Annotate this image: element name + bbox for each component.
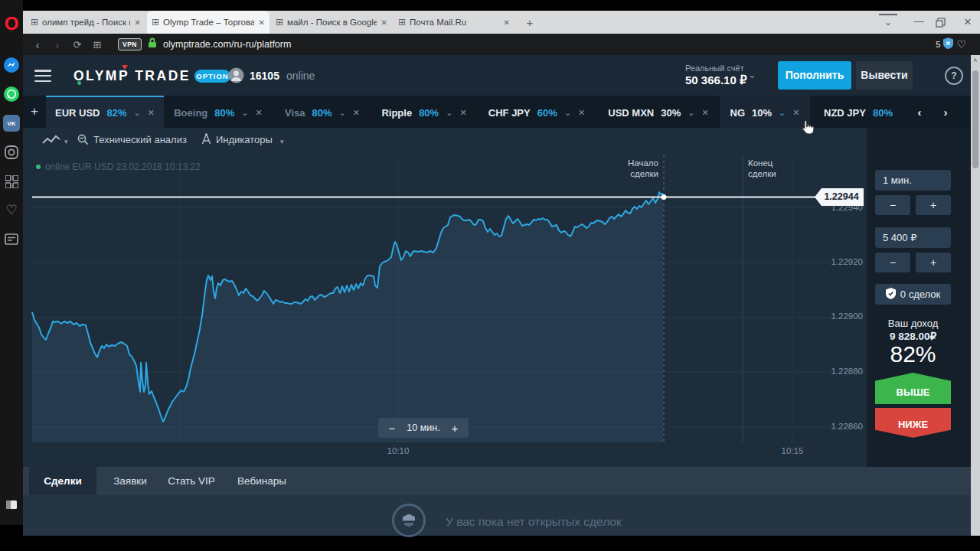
asset-percent: 80% [419, 107, 439, 119]
online-users-icon [228, 67, 244, 86]
asset-tab-nzdjpy[interactable]: NZD JPY 80% [810, 96, 906, 128]
asset-chevron-icon[interactable]: ⌄ [688, 108, 694, 118]
tab-close-icon[interactable]: ✕ [504, 18, 510, 27]
bottom-tab-webinars[interactable]: Вебинары [231, 467, 292, 495]
asset-tab-ripple[interactable]: Ripple 80% ⌄ ✕ [372, 96, 476, 128]
deals-counter-button[interactable]: 0 сделок [875, 284, 951, 305]
forward-icon[interactable]: › [47, 38, 67, 51]
asset-chevron-icon[interactable]: ⌄ [446, 108, 452, 118]
asset-tab-ng[interactable]: NG 10% ⌄ ✕ [720, 96, 810, 128]
instagram-icon[interactable] [3, 144, 20, 161]
add-asset-button[interactable]: + [23, 96, 46, 128]
tabs-scroll-right-icon[interactable]: › [933, 96, 959, 128]
chart-type-caret-icon[interactable]: ▾ [64, 138, 68, 145]
indicators-icon[interactable] [201, 133, 211, 148]
opera-menu-icon[interactable]: O [2, 12, 21, 35]
duration-minus-button[interactable]: − [875, 195, 910, 215]
speed-dial-grid-icon[interactable]: ⊞ [87, 39, 107, 51]
ssl-lock-icon[interactable] [148, 37, 157, 51]
asset-close-icon[interactable]: ✕ [459, 108, 466, 118]
window-minimize-button[interactable]: — [910, 15, 928, 27]
logo-green-dot [77, 81, 81, 85]
main-menu-icon[interactable] [34, 70, 51, 82]
browser-tab-3[interactable]: ⊞ майл - Поиск в Google ✕ [271, 11, 392, 34]
asset-close-icon[interactable]: ✕ [148, 108, 155, 118]
asset-percent: 30% [661, 107, 681, 119]
amount-plus-button[interactable]: + [916, 253, 951, 272]
new-tab-button[interactable]: + [522, 16, 537, 29]
tab-menu-icon[interactable]: ⌄ [879, 14, 897, 29]
current-price-tag: 1.22944 [815, 188, 864, 206]
asset-chevron-icon[interactable]: ⌄ [564, 108, 571, 118]
asset-tab-boeing[interactable]: Boeing 80% ⌄ ✕ [164, 96, 273, 128]
speed-dial-icon[interactable] [3, 173, 20, 190]
asset-tab-usdmxn[interactable]: USD MXN 30% ⌄ ✕ [597, 96, 720, 128]
panel-toggle-icon[interactable] [3, 496, 20, 513]
help-button[interactable]: ? [945, 67, 963, 85]
vk-icon[interactable]: VK [3, 115, 20, 132]
asset-chevron-icon[interactable]: ⌄ [339, 108, 346, 118]
browser-tab-1[interactable]: ⊞ олимп трейд - Поиск в G ✕ [26, 11, 145, 34]
asset-chevron-icon[interactable]: ⌄ [241, 108, 248, 118]
scrollbar-up-icon[interactable]: ˄ [971, 57, 980, 64]
browser-tab-2-active[interactable]: ⊞ Olymp Trade – Торговая п ✕ [147, 11, 270, 34]
asset-close-icon[interactable]: ✕ [792, 108, 799, 118]
tab-close-icon[interactable]: ✕ [135, 18, 141, 27]
tech-analysis-icon[interactable] [77, 134, 89, 148]
tech-analysis-button[interactable]: Технический анализ [93, 134, 187, 145]
window-restore-button[interactable] [936, 17, 946, 31]
asset-tab-eurusd[interactable]: EUR USD 82% ⌄ ✕ [46, 96, 164, 128]
arrow-down-shape [404, 523, 413, 527]
tab-close-icon[interactable]: ✕ [381, 18, 387, 27]
account-chevron-icon[interactable]: ⌄ [748, 69, 756, 80]
whatsapp-icon[interactable] [3, 86, 20, 103]
deal-end-line2: сделки [748, 168, 776, 179]
window-close-button[interactable]: ✕ [959, 16, 977, 28]
duration-input[interactable]: 1 мин. [875, 170, 951, 191]
y-axis-tick: 1.22900 [817, 311, 863, 321]
indicators-caret-icon[interactable]: ▾ [280, 138, 284, 145]
bottom-tab-deals[interactable]: Сделки [29, 467, 96, 495]
scrollbar-thumb[interactable] [972, 70, 978, 168]
withdraw-button[interactable]: Вывести [856, 61, 913, 90]
bottom-tab-vip[interactable]: Стать VIP [162, 467, 220, 495]
zoom-out-button[interactable]: − [378, 422, 406, 435]
bookmarks-heart-icon[interactable]: ♡ [3, 201, 20, 218]
tabs-scroll-left-icon[interactable]: ‹ [906, 96, 933, 128]
account-balance: 50 366.10 ₽ [685, 73, 746, 87]
asset-close-icon[interactable]: ✕ [353, 108, 360, 118]
asset-percent: 60% [537, 107, 557, 119]
url-text[interactable]: olymptrade.com/ru-ru/platform [163, 39, 291, 50]
asset-close-icon[interactable]: ✕ [256, 108, 263, 118]
asset-tab-visa[interactable]: Visa 80% ⌄ ✕ [273, 96, 372, 128]
vpn-badge[interactable]: VPN [118, 38, 142, 51]
asset-chevron-icon[interactable]: ⌄ [134, 108, 141, 118]
deposit-button[interactable]: Пополнить [778, 61, 851, 90]
back-icon[interactable]: ‹ [28, 38, 47, 51]
deals-count: 0 сделок [900, 289, 940, 300]
favorites-heart-icon[interactable]: ♡ [956, 38, 966, 51]
tab-title: олимп трейд - Поиск в G [42, 18, 130, 27]
news-icon[interactable] [3, 230, 20, 247]
asset-tab-chfjpy[interactable]: CHF JPY 60% ⌄ ✕ [476, 96, 597, 128]
asset-chevron-icon[interactable]: ⌄ [779, 108, 786, 118]
amount-input[interactable]: 5 400 ₽ [875, 227, 951, 248]
chart-type-icon[interactable] [42, 135, 60, 148]
browser-tab-4[interactable]: ⊞ Почта Mail.Ru ✕ [394, 11, 514, 34]
zoom-in-button[interactable]: + [441, 422, 469, 435]
tab-close-icon[interactable]: ✕ [259, 18, 265, 27]
y-axis-tick: 1.22920 [817, 257, 863, 266]
indicators-button[interactable]: Индикаторы [216, 134, 273, 145]
deal-end-label: Конец сделки [748, 158, 776, 180]
amount-minus-button[interactable]: − [875, 253, 910, 272]
duration-plus-button[interactable]: + [916, 195, 951, 215]
messenger-icon[interactable] [3, 57, 20, 73]
deal-start-line1: Начало [611, 158, 658, 168]
asset-percent: 80% [312, 107, 332, 119]
reload-icon[interactable]: ⟳ [67, 39, 87, 51]
adblock-shield-icon[interactable] [943, 37, 953, 52]
duration-stepper: − + [875, 195, 951, 215]
bottom-tab-orders[interactable]: Заявки [107, 467, 153, 495]
asset-close-icon[interactable]: ✕ [701, 108, 708, 118]
asset-close-icon[interactable]: ✕ [578, 108, 585, 118]
